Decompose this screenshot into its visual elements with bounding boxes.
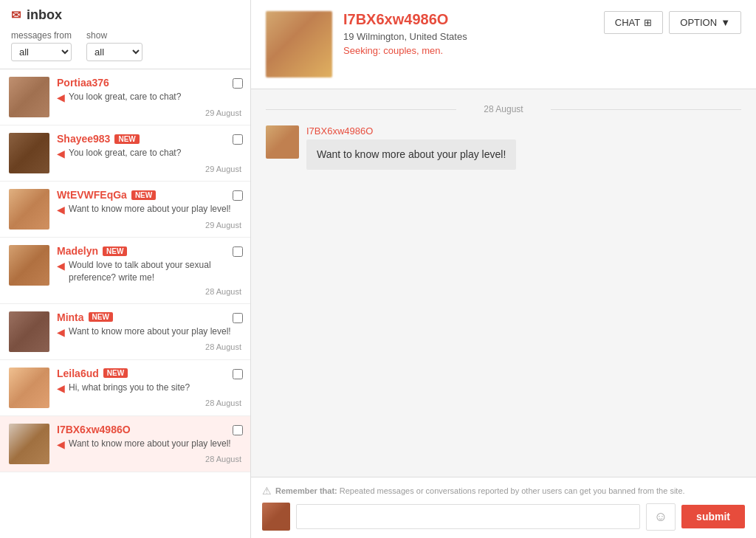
new-badge: NEW — [103, 246, 127, 256]
chat-footer: ⚠ Remember that: Repeated messages or co… — [251, 477, 756, 539]
message-top: Madelyn NEW — [57, 245, 241, 257]
chat-bubble-content: I7BX6xw4986O Want to know more about you… — [306, 125, 516, 170]
message-text: ◀ You look great, care to chat? — [57, 91, 241, 106]
message-content: Minta NEW ◀ Want to know more about your… — [57, 311, 241, 352]
date-divider: 28 August — [266, 104, 741, 114]
emoji-button[interactable]: ☺ — [646, 503, 676, 531]
warning-icon: ⚠ — [262, 485, 272, 497]
chat-button-label: CHAT — [615, 17, 640, 28]
message-preview: Would love to talk about your sexual pre… — [69, 259, 241, 284]
message-checkbox[interactable] — [233, 369, 243, 379]
message-top: I7BX6xw4986O — [57, 424, 241, 435]
mail-icon: ✉ — [11, 8, 21, 22]
avatar — [9, 133, 49, 173]
message-top: Leila6ud NEW — [57, 368, 241, 379]
right-panel: I7BX6xw4986O 19 Wilmington, United State… — [251, 0, 756, 538]
message-date: 29 August — [57, 165, 241, 173]
new-badge: NEW — [89, 312, 113, 322]
show-select[interactable]: all men women — [86, 43, 142, 61]
message-checkbox[interactable] — [233, 134, 243, 145]
message-content: Shayee983 NEW ◀ You look great, care to … — [57, 133, 241, 173]
option-button[interactable]: OPTION ▼ — [669, 11, 741, 34]
message-date: 28 August — [57, 455, 241, 463]
inbox-header: ✉ inbox messages from all unread new sho… — [0, 0, 250, 69]
message-input[interactable] — [296, 504, 640, 529]
avatar-image — [9, 368, 49, 408]
message-text: ◀ Want to know more about your play leve… — [57, 325, 241, 340]
profile-actions: CHAT ⊞ OPTION ▼ — [604, 11, 741, 34]
submit-button[interactable]: submit — [681, 505, 745, 528]
chat-sender-name: I7BX6xw4986O — [306, 125, 516, 137]
message-preview: Hi, what brings you to the site? — [69, 382, 190, 394]
message-text: ◀ Want to know more about your play leve… — [57, 438, 241, 452]
list-item[interactable]: Minta NEW ◀ Want to know more about your… — [0, 304, 250, 360]
message-text: ◀ Want to know more about your play leve… — [57, 203, 241, 218]
message-checkbox[interactable] — [233, 78, 243, 89]
option-button-label: OPTION — [680, 17, 717, 28]
input-avatar — [262, 503, 290, 531]
avatar — [9, 368, 49, 408]
message-date: 28 August — [57, 342, 241, 351]
chat-avatar — [266, 125, 299, 159]
left-panel: ✉ inbox messages from all unread new sho… — [0, 0, 251, 538]
profile-name: I7BX6xw4986O — [343, 11, 593, 28]
message-content: WtEVWFEqGa NEW ◀ Want to know more about… — [57, 189, 241, 230]
date-label: 28 August — [484, 104, 523, 114]
message-date: 29 August — [57, 221, 241, 230]
reply-icon: ◀ — [57, 259, 65, 274]
profile-location: 19 Wilmington, United States — [343, 31, 593, 42]
sender-name: Minta — [57, 311, 84, 323]
input-row: ☺ submit — [262, 503, 745, 531]
filters: messages from all unread new show all me… — [11, 30, 239, 61]
chat-icon: ⊞ — [644, 17, 652, 28]
chat-bubble-row: I7BX6xw4986O Want to know more about you… — [266, 125, 741, 170]
message-preview: Want to know more about your play level! — [69, 325, 231, 338]
message-checkbox[interactable] — [233, 313, 243, 323]
messages-from-filter: messages from all unread new — [11, 30, 72, 61]
show-label: show — [86, 30, 142, 41]
profile-avatar — [266, 11, 332, 77]
messages-from-select[interactable]: all unread new — [11, 43, 72, 61]
list-item[interactable]: Shayee983 NEW ◀ You look great, care to … — [0, 125, 250, 182]
avatar-image — [9, 311, 49, 352]
reply-icon: ◀ — [57, 438, 65, 452]
message-content: Portiaa376 ◀ You look great, care to cha… — [57, 77, 241, 117]
list-item[interactable]: Madelyn NEW ◀ Would love to talk about y… — [0, 238, 250, 304]
list-item[interactable]: WtEVWFEqGa NEW ◀ Want to know more about… — [0, 182, 250, 238]
reply-icon: ◀ — [57, 203, 65, 218]
warning-text: ⚠ Remember that: Repeated messages or co… — [262, 485, 745, 497]
sender-name: Portiaa376 — [57, 77, 109, 89]
message-preview: You look great, care to chat? — [69, 91, 181, 103]
message-date: 28 August — [57, 287, 241, 296]
profile-header: I7BX6xw4986O 19 Wilmington, United State… — [251, 0, 756, 89]
reply-icon: ◀ — [57, 325, 65, 340]
message-content: Madelyn NEW ◀ Would love to talk about y… — [57, 245, 241, 296]
message-top: Shayee983 NEW — [57, 133, 241, 145]
avatar-image — [9, 133, 49, 173]
reply-icon: ◀ — [57, 382, 65, 396]
profile-info: I7BX6xw4986O 19 Wilmington, United State… — [343, 11, 593, 56]
list-item[interactable]: Leila6ud NEW ◀ Hi, what brings you to th… — [0, 360, 250, 416]
message-checkbox[interactable] — [233, 190, 243, 201]
sender-name: WtEVWFEqGa — [57, 189, 127, 201]
messages-from-label: messages from — [11, 30, 72, 41]
avatar-image — [9, 424, 49, 464]
reply-icon: ◀ — [57, 147, 65, 162]
reply-icon: ◀ — [57, 91, 65, 106]
new-badge: NEW — [114, 134, 139, 144]
message-text: ◀ Would love to talk about your sexual p… — [57, 259, 241, 284]
chat-button[interactable]: CHAT ⊞ — [604, 11, 663, 34]
sender-name: Shayee983 — [57, 133, 110, 145]
sender-name: Madelyn — [57, 245, 98, 257]
profile-location-text: Wilmington, United States — [357, 31, 467, 42]
messages-list: Portiaa376 ◀ You look great, care to cha… — [0, 69, 250, 538]
message-checkbox[interactable] — [233, 246, 243, 257]
message-content: I7BX6xw4986O ◀ Want to know more about y… — [57, 424, 241, 464]
sender-name: Leila6ud — [57, 368, 99, 379]
chat-messages: 28 August I7BX6xw4986O Want to know more… — [251, 89, 756, 477]
profile-seeking: Seeking: couples, men. — [343, 45, 593, 56]
list-item[interactable]: Portiaa376 ◀ You look great, care to cha… — [0, 69, 250, 125]
message-checkbox[interactable] — [233, 425, 243, 435]
warning-title: Remember that: — [275, 486, 337, 495]
list-item[interactable]: I7BX6xw4986O ◀ Want to know more about y… — [0, 416, 250, 472]
